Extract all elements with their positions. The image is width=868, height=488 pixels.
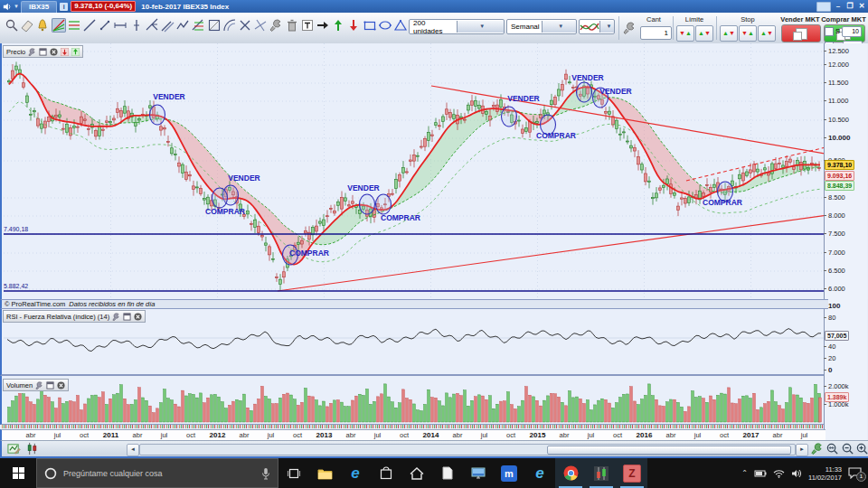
instrument-tab[interactable]: IBX35: [21, 1, 57, 13]
angle-cross-tool[interactable]: [253, 18, 268, 33]
chart-scrollbar[interactable]: [139, 444, 796, 455]
zoom-settings-icon[interactable]: [810, 442, 824, 455]
file-explorer-app[interactable]: [309, 458, 340, 488]
volume-panel[interactable]: [0, 376, 826, 425]
speaker-icon[interactable]: [3, 3, 12, 11]
candlestick-settings-icon[interactable]: [25, 442, 39, 455]
edit-chart-icon[interactable]: [7, 442, 21, 455]
edge-browser-app[interactable]: e: [340, 458, 371, 488]
close-button[interactable]: ✕: [857, 2, 866, 11]
action-center-button[interactable]: 1: [848, 466, 864, 481]
cortana-search-input[interactable]: Pregúntame cualquier cosa: [36, 458, 278, 488]
restore-button[interactable]: ❐: [845, 2, 854, 11]
timeframe-dropdown[interactable]: Semanal▼: [506, 19, 577, 34]
volume-icon[interactable]: [791, 469, 802, 478]
task-view-button[interactable]: [278, 458, 309, 488]
arrow-right-tool[interactable]: [316, 18, 330, 33]
arrow-up-icon[interactable]: [71, 48, 80, 56]
window-titlebar: ▼ IBX35 i 9.378,10 (-0,64%) 10-feb-2017 …: [0, 0, 868, 13]
document-app[interactable]: [432, 458, 463, 488]
arrow-down-icon[interactable]: [61, 48, 69, 56]
order-qty-input[interactable]: 10: [842, 26, 862, 37]
start-button[interactable]: [0, 458, 36, 488]
close-icon[interactable]: [134, 313, 142, 321]
scroll-left-button[interactable]: ◄: [127, 444, 139, 456]
arcs-tool[interactable]: [222, 18, 237, 33]
stop-order-button-3[interactable]: ▲▼: [758, 25, 776, 42]
trendline-tool[interactable]: [82, 18, 97, 33]
scrollbar-thumb[interactable]: [547, 446, 791, 455]
clock[interactable]: 11:33 11/02/2017: [808, 465, 842, 482]
rsi-pane-header[interactable]: RSI - Fuerza Relativa (índice) (14): [3, 310, 146, 323]
prorealtime-app[interactable]: [586, 458, 617, 488]
units-dropdown[interactable]: 200 unidades▼: [409, 19, 505, 34]
remote-desktop-app[interactable]: [463, 458, 494, 488]
wrench-icon[interactable]: [35, 381, 43, 389]
tray-expand-chevron-icon[interactable]: ⌃: [741, 469, 748, 477]
minimize-button[interactable]: –: [834, 2, 843, 11]
wrench-icon[interactable]: [112, 313, 120, 321]
price-chart-canvas[interactable]: VENDERVENDERCOMPRARCOMPRARVENDERCOMPRARV…: [4, 43, 826, 299]
fibonacci-tool[interactable]: [191, 18, 205, 33]
chart-type-button[interactable]: ▼: [579, 19, 615, 34]
chevron-down-icon[interactable]: ▼: [14, 4, 19, 9]
zigzag-tool[interactable]: [175, 18, 190, 33]
window-icon[interactable]: [123, 313, 131, 321]
eraser-tool[interactable]: [20, 18, 34, 33]
channel-tool[interactable]: [160, 18, 175, 33]
arrow-down-tool[interactable]: [346, 18, 361, 33]
triangle-tool[interactable]: [393, 18, 408, 33]
alert-tool[interactable]: [35, 18, 50, 33]
price-pane-label: Precio: [6, 48, 25, 56]
sell-market-button[interactable]: [781, 24, 821, 42]
limite-buy-order-button[interactable]: ▼▲: [676, 25, 694, 42]
zoom-out-icon[interactable]: [841, 442, 854, 455]
cant-input[interactable]: 1: [640, 26, 672, 40]
zoom-fit-icon[interactable]: [826, 442, 839, 455]
fan-lines-tool[interactable]: [52, 18, 66, 33]
window-icon[interactable]: [46, 381, 54, 389]
battery-icon[interactable]: [754, 469, 767, 478]
stop-order-button-1[interactable]: ▲▼: [720, 25, 738, 42]
cross-tool[interactable]: [238, 18, 252, 33]
brush-settings-tool[interactable]: [269, 18, 283, 33]
delete-tool[interactable]: [285, 18, 299, 33]
home-app[interactable]: [401, 458, 432, 488]
keyboard-icon[interactable]: [816, 2, 831, 12]
volume-pane-header[interactable]: Volumen: [3, 379, 69, 391]
vertical-line-tool[interactable]: [129, 18, 144, 33]
wrench-icon[interactable]: [28, 48, 36, 56]
info-icon[interactable]: i: [60, 3, 68, 11]
z-app[interactable]: Z: [617, 458, 647, 488]
microphone-icon[interactable]: [261, 467, 270, 480]
chrome-app[interactable]: [555, 458, 586, 488]
price-pane-header[interactable]: Precio: [3, 45, 83, 58]
zoom-tool[interactable]: [5, 18, 19, 33]
window-icon[interactable]: [39, 48, 47, 56]
short-line-tool[interactable]: [98, 18, 112, 33]
internet-explorer-app[interactable]: e: [524, 458, 555, 488]
ellipse-tool[interactable]: [378, 18, 392, 33]
levels-tool[interactable]: [67, 18, 81, 33]
m-messenger-app[interactable]: m: [494, 458, 524, 488]
order-settings-wrench-icon[interactable]: [622, 21, 637, 35]
order-type-label: S: [835, 27, 840, 35]
checkbox-icon[interactable]: [825, 27, 834, 36]
close-icon[interactable]: [50, 48, 58, 56]
pitchfork-tool[interactable]: [145, 18, 159, 33]
close-icon[interactable]: [57, 381, 65, 389]
text-tool[interactable]: [300, 18, 315, 33]
horizontal-segment-tool[interactable]: [113, 18, 127, 33]
arrow-up-tool[interactable]: [331, 18, 345, 33]
store-app[interactable]: [371, 458, 401, 488]
zoom-in-icon[interactable]: [855, 442, 868, 455]
volume-value-badge: 1.389k: [825, 392, 849, 402]
price-chart-panel[interactable]: VENDERVENDERCOMPRARCOMPRARVENDERCOMPRARV…: [0, 43, 868, 299]
wifi-icon[interactable]: [773, 469, 785, 478]
scroll-right-button[interactable]: ►: [796, 444, 808, 456]
fibo-box-tool[interactable]: [207, 18, 222, 33]
stop-order-button-2[interactable]: ▼▲: [739, 25, 757, 42]
svg-text:VENDER: VENDER: [599, 87, 631, 96]
limite-sell-order-button[interactable]: ▲▼: [695, 25, 713, 42]
rectangle-tool[interactable]: [363, 18, 377, 33]
